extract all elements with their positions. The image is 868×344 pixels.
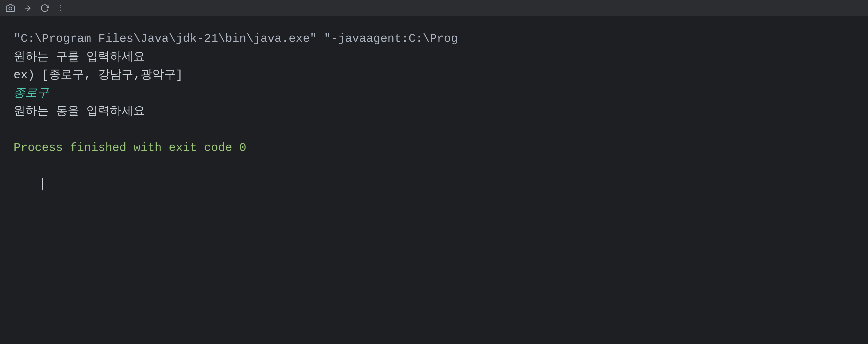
arrow-right-icon[interactable] <box>22 2 33 14</box>
refresh-icon[interactable] <box>39 2 51 14</box>
text-cursor <box>42 178 43 191</box>
more-options-icon[interactable]: ⋮ <box>56 3 64 13</box>
toolbar: ⋮ <box>0 0 868 16</box>
user-input-line: 종로구 <box>13 84 855 103</box>
process-finish-line: Process finished with exit code 0 <box>13 139 855 157</box>
empty-line <box>13 121 855 139</box>
prompt-line-2: 원하는 동을 입력하세요 <box>13 103 855 121</box>
svg-point-0 <box>9 7 12 10</box>
camera-icon[interactable] <box>4 2 16 14</box>
prompt-line-1: 원하는 구를 입력하세요 <box>13 48 855 66</box>
cursor-line <box>13 157 855 212</box>
example-line: ex) [종로구, 강남구,광악구] <box>13 66 855 84</box>
console-output: "C:\Program Files\Java\jdk-21\bin\java.e… <box>0 16 868 344</box>
command-line: "C:\Program Files\Java\jdk-21\bin\java.e… <box>13 30 855 48</box>
